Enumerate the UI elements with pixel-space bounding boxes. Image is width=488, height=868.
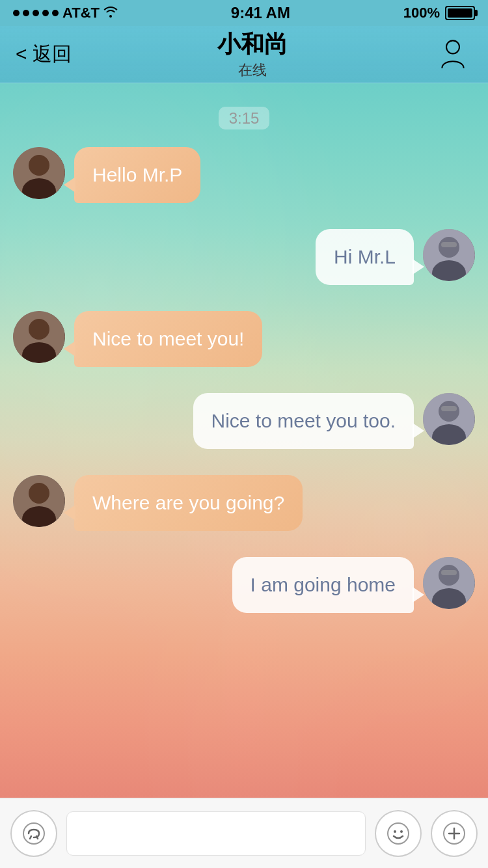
avatar-mr-l <box>423 393 475 445</box>
message-text: Nice to meet you too. <box>211 410 396 431</box>
svg-point-25 <box>388 823 409 844</box>
nav-title-block: 小和尚 在线 <box>217 29 288 80</box>
signal-dot-4 <box>42 10 49 16</box>
message-bubble: Nice to meet you too. <box>193 393 414 449</box>
svg-point-16 <box>29 483 49 504</box>
message-row: I am going home <box>13 557 475 613</box>
avatar-mr-p <box>13 475 65 527</box>
message-row: Nice to meet you too. <box>13 393 475 449</box>
battery-percent: 100% <box>403 5 440 21</box>
avatar <box>423 557 475 609</box>
message-bubble: Hi Mr.L <box>316 229 414 285</box>
avatar <box>13 475 65 527</box>
message-input[interactable] <box>66 811 366 856</box>
message-row: Hello Mr.P <box>13 147 475 203</box>
avatar <box>423 229 475 281</box>
signal-dot-2 <box>23 10 29 16</box>
add-icon <box>442 822 466 845</box>
status-bar: AT&T 9:41 AM 100% <box>0 0 488 26</box>
status-left: AT&T <box>13 5 118 21</box>
signal-dots <box>13 10 59 16</box>
chat-area: 3:15 Hello Mr.P <box>0 83 488 798</box>
svg-point-2 <box>29 155 49 176</box>
signal-dot-1 <box>13 10 20 16</box>
status-time: 9:41 AM <box>231 4 290 22</box>
battery-bar <box>445 6 475 20</box>
input-bar <box>0 798 488 868</box>
signal-dot-5 <box>52 10 59 16</box>
message-row: Hi Mr.L <box>13 229 475 285</box>
voice-icon <box>22 822 46 845</box>
battery-indicator <box>445 6 475 20</box>
message-bubble: Hello Mr.P <box>74 147 200 203</box>
emoji-icon <box>386 822 410 845</box>
voice-button[interactable] <box>10 810 57 857</box>
svg-point-27 <box>400 830 403 833</box>
message-row: Where are you going? <box>13 475 475 531</box>
nav-subtitle: 在线 <box>238 62 267 78</box>
back-button[interactable]: < 返回 <box>16 41 72 68</box>
message-text: Where are you going? <box>92 492 284 513</box>
svg-point-26 <box>394 830 396 833</box>
carrier-label: AT&T <box>62 5 100 21</box>
avatar-mr-l <box>423 557 475 609</box>
nav-bar: < 返回 小和尚 在线 <box>0 26 488 83</box>
message-text: Nice to meet you! <box>92 328 244 349</box>
avatar-mr-p <box>13 311 65 363</box>
svg-point-9 <box>29 319 49 340</box>
svg-rect-14 <box>441 406 457 411</box>
avatar-mr-l <box>423 229 475 281</box>
timestamp-label: 3:15 <box>219 107 270 129</box>
svg-point-22 <box>23 823 44 844</box>
signal-dot-3 <box>33 10 39 16</box>
message-bubble: I am going home <box>232 557 414 613</box>
nav-title: 小和尚 <box>217 29 288 61</box>
svg-line-23 <box>30 836 31 839</box>
avatar <box>423 393 475 445</box>
message-bubble: Where are you going? <box>74 475 303 531</box>
message-text: Hi Mr.L <box>334 246 396 267</box>
message-row: Nice to meet you! <box>13 311 475 367</box>
status-right: 100% <box>403 5 475 21</box>
wifi-icon <box>103 6 118 21</box>
svg-point-0 <box>446 40 459 53</box>
messages-container: Hello Mr.P Hi Mr.L <box>0 147 488 613</box>
svg-rect-7 <box>441 242 457 247</box>
emoji-button[interactable] <box>375 810 422 857</box>
battery-fill <box>448 8 472 18</box>
avatar <box>13 147 65 199</box>
message-bubble: Nice to meet you! <box>74 311 262 367</box>
chat-timestamp: 3:15 <box>0 109 488 128</box>
svg-rect-21 <box>441 570 457 575</box>
avatar-mr-p <box>13 147 65 199</box>
message-text: Hello Mr.P <box>92 164 182 185</box>
profile-button[interactable] <box>433 35 472 74</box>
person-icon <box>437 38 469 71</box>
message-text: I am going home <box>251 574 396 595</box>
avatar <box>13 311 65 363</box>
add-button[interactable] <box>431 810 478 857</box>
